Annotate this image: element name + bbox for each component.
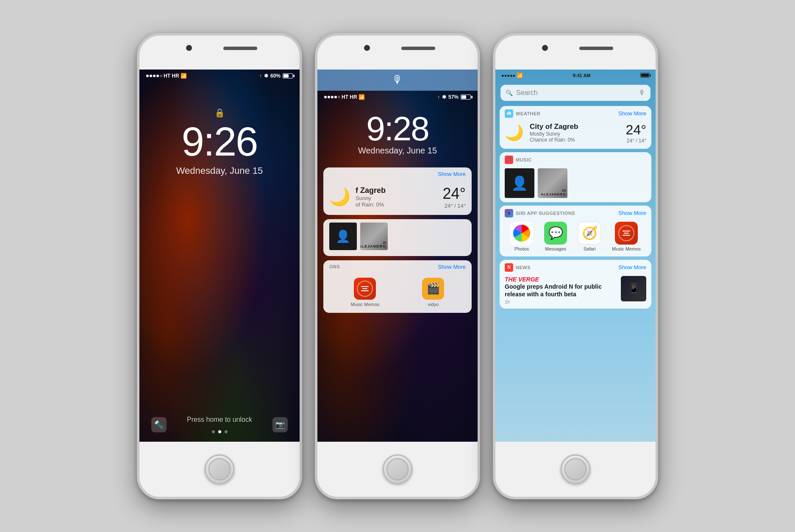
music-memos-app-icon-3[interactable] <box>615 222 638 245</box>
battery-2 <box>461 95 471 100</box>
today-siri-widget: S SIRI APP SUGGESTIONS Show More Photos <box>500 206 651 256</box>
lock-time-area: 🔒 9:26 Wednesday, June 15 <box>139 82 300 407</box>
bluetooth-icon-2: ✱ <box>442 94 446 100</box>
music-widget-icon: 🎵 <box>505 156 513 164</box>
dot2-3 <box>331 96 334 98</box>
safari-app-icon[interactable]: 🧭 <box>578 222 601 245</box>
album-thumb-1: 👤 <box>329 223 357 250</box>
today-news-widget: N NEWS Show More THE VERGE Google preps … <box>500 260 651 309</box>
status-right-1: ↑ ✱ 60% <box>259 73 293 79</box>
dot2-5 <box>338 96 340 98</box>
today-range: 24° / 14° <box>626 138 646 144</box>
battery-fill-2 <box>461 95 466 99</box>
dot5 <box>160 75 162 77</box>
status-bar-2: HT HR 📶 ↑ ✱ 57% <box>317 91 478 103</box>
wifi-1: 📶 <box>181 73 187 79</box>
search-bar[interactable]: 🔍 Search 🎙 <box>500 85 650 101</box>
location-icon-2: ↑ <box>437 94 440 100</box>
today-siri-show-more[interactable]: Show More <box>618 210 646 216</box>
bluetooth-icon-1: ✱ <box>264 73 268 79</box>
mm-circle <box>357 281 373 297</box>
today-weather-title: WEATHER <box>516 111 540 116</box>
press-home-text: Press home to unlock <box>148 416 291 423</box>
weather-temp-col-2: 24° 24° / 14° <box>443 185 466 209</box>
status-left-1: HT HR 📶 <box>146 73 187 79</box>
siri-suggestions-content-2: Music Memos 🎬 vidyo <box>323 273 472 313</box>
home-button-1[interactable] <box>205 454 234 484</box>
dot4 <box>156 75 159 77</box>
news-title-row: N NEWS <box>505 263 531 272</box>
battery-pct-2: 57% <box>448 94 459 100</box>
notif-time-area: 9:28 Wednesday, June 15 <box>317 103 478 164</box>
search-placeholder: Search <box>516 89 635 97</box>
front-camera-3 <box>542 45 548 51</box>
today-music-title: MUSIC <box>516 157 532 162</box>
mm-line-3-1 <box>623 231 630 231</box>
music-memos-app-icon[interactable] <box>354 278 376 300</box>
location-icon-1: ↑ <box>259 73 262 79</box>
phone-3-screen: ●●●●● 📶 9:41 AM 🔍 Search 🎙 <box>495 70 656 442</box>
album-art-person: 👤 <box>329 223 357 250</box>
today-temp-col: 24° 24° / 14° <box>626 122 646 144</box>
phone-2-screen: 🎙 HT HR 📶 ↑ ✱ <box>317 70 478 442</box>
today-weather-widget: ☁️ WEATHER Show More 🌙 City of Zagreb Mo… <box>500 106 651 149</box>
today-news-header: N NEWS Show More <box>500 260 651 273</box>
dot2 <box>150 75 152 77</box>
today-app-photos: Photos <box>510 222 533 251</box>
today-music-header: 🎵 MUSIC <box>500 152 651 166</box>
today-weather-show-more[interactable]: Show More <box>618 110 646 117</box>
battery-fill-3 <box>641 74 649 77</box>
today-rain-chance: Chance of Rain: 0% <box>530 137 626 143</box>
today-news-content: THE VERGE Google preps Android N for pub… <box>500 273 651 309</box>
today-music-widget: 🎵 MUSIC 👤 25 ALEJANDRO <box>500 152 651 202</box>
today-weather-header: ☁️ WEATHER Show More <box>500 106 651 120</box>
today-music-content: 👤 25 ALEJANDRO <box>500 166 651 202</box>
lock-date: Wednesday, June 15 <box>176 165 263 176</box>
siri-bar: 🎙 <box>317 70 478 91</box>
mm-line-3-3 <box>623 235 630 236</box>
today-album-2: 25 ALEJANDRO <box>538 168 567 198</box>
status-right-3 <box>640 73 650 78</box>
speaker-2 <box>401 47 435 50</box>
page-dot-2 <box>218 430 221 433</box>
wifi-2: 📶 <box>359 94 365 100</box>
mm-line-2 <box>362 288 367 289</box>
vidyo-app-icon[interactable]: 🎬 <box>422 278 444 300</box>
flashlight-icon[interactable]: 🔦 <box>151 417 167 432</box>
weather-widget-header: Show More <box>323 167 472 181</box>
today-news-show-more[interactable]: Show More <box>618 264 646 270</box>
messages-app-icon[interactable]: 💬 <box>544 222 567 245</box>
music-memos-label-2: Music Memos <box>351 302 380 307</box>
dot3 <box>153 75 156 77</box>
siri-show-more-2[interactable]: Show More <box>438 264 466 270</box>
today-album-art-2: 25 ALEJANDRO <box>538 168 567 198</box>
camera-shortcut-icon[interactable]: 📷 <box>272 417 288 432</box>
home-button-2[interactable] <box>383 454 412 484</box>
phone-1-top <box>139 36 300 70</box>
today-app-safari: 🧭 Safari <box>578 222 601 251</box>
mic-icon-large: 🎙 <box>392 73 403 86</box>
front-camera-2 <box>364 45 370 51</box>
today-album-art-1: 👤 <box>505 168 534 198</box>
home-button-inner-1 <box>208 458 231 480</box>
music-widget-content-2: 👤 25 ALEJANDRO <box>323 219 472 256</box>
weather-title-row: ☁️ WEATHER <box>505 109 540 118</box>
lock-time: 9:26 <box>182 121 258 162</box>
home-button-inner-2 <box>386 458 409 480</box>
phone-3-bottom <box>495 442 656 497</box>
weather-widget-2: Show More 🌙 f Zagreb Sunny of Rain: 0% 2… <box>323 167 472 215</box>
weather-condition-2: Sunny <box>356 195 438 201</box>
battery-3 <box>640 73 650 78</box>
weather-rain-2: of Rain: 0% <box>356 201 438 208</box>
today-weather-content: 🌙 City of Zagreb Mostly Sunny Chance of … <box>500 120 651 149</box>
today-app-messages: 💬 Messages <box>544 222 567 251</box>
home-button-3[interactable] <box>561 454 590 484</box>
today-city: City of Zagreb <box>530 123 626 131</box>
news-time: 1h <box>505 299 617 304</box>
today-siri-title: SIRI APP SUGGESTIONS <box>516 211 575 216</box>
today-temp: 24° <box>626 122 646 138</box>
phone-3: ●●●●● 📶 9:41 AM 🔍 Search 🎙 <box>493 33 658 499</box>
weather-show-more[interactable]: Show More <box>438 171 466 177</box>
weather-city-2: f Zagreb <box>356 186 438 195</box>
photos-app-icon[interactable] <box>510 222 533 245</box>
